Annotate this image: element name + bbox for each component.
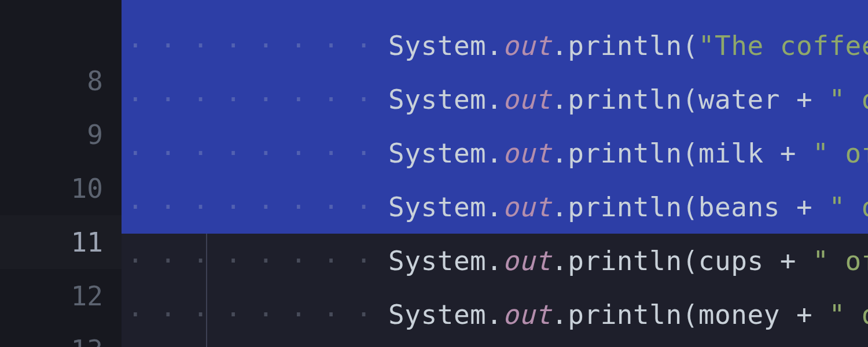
code-tokens: System.out.println(milk + " of bbox=[388, 138, 868, 169]
code-tokens: System.out.println(water + " of bbox=[388, 84, 868, 115]
line-number: 9 bbox=[0, 108, 122, 161]
line-number: 8 bbox=[0, 54, 122, 108]
code-line[interactable]: · · · · · · · · System.out.println(money… bbox=[122, 287, 868, 341]
line-number: 12 bbox=[0, 269, 122, 323]
whitespace-indicator: · · · · · · · · bbox=[127, 299, 388, 330]
code-editor[interactable]: 8 9 10 11 12 13 public static void print… bbox=[0, 0, 868, 347]
line-number bbox=[0, 0, 122, 54]
code-tokens: System.out.println("The coffee bbox=[388, 30, 868, 61]
code-tokens: System.out.println(money + " of bbox=[388, 299, 868, 330]
whitespace-indicator: · · · · · · · · bbox=[127, 84, 388, 115]
code-line[interactable]: · · · · · · · · System.out.println(milk … bbox=[122, 126, 868, 180]
code-line[interactable]: public static void print(int water, bbox=[122, 0, 868, 19]
whitespace-indicator: · · · · · · · · bbox=[127, 245, 388, 276]
code-line[interactable]: · · · · · · · · System.out.println(water… bbox=[122, 72, 868, 126]
code-line[interactable]: · · · · · · · · System.out.println(cups … bbox=[122, 234, 868, 287]
whitespace-indicator: · · · · · · · · bbox=[127, 191, 388, 223]
line-number-gutter: 8 9 10 11 12 13 bbox=[0, 0, 122, 347]
whitespace-indicator: · · · · · · · · bbox=[127, 138, 388, 169]
line-number: 10 bbox=[0, 161, 122, 215]
whitespace-indicator: · · · · · · · · bbox=[127, 30, 388, 61]
code-line[interactable]: · · · · · · · · System.out.println("The … bbox=[122, 19, 868, 72]
code-line[interactable]: · · · · · · · · System.out.println(beans… bbox=[122, 180, 868, 234]
line-number: 11 bbox=[0, 215, 122, 269]
code-tokens: System.out.println(cups + " of bbox=[388, 245, 868, 276]
code-content-area[interactable]: public static void print(int water, · · … bbox=[122, 0, 868, 347]
code-tokens: System.out.println(beans + " of bbox=[388, 191, 868, 223]
line-number: 13 bbox=[0, 323, 122, 347]
